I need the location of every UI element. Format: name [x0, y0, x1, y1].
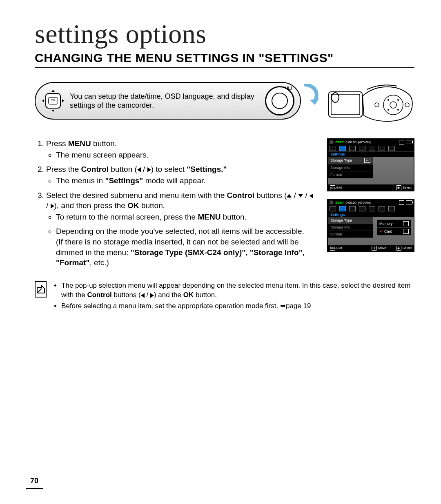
category-label: Settings	[328, 212, 414, 217]
left-arrow-icon	[310, 193, 313, 198]
menu-item-format: Format	[328, 171, 373, 178]
svg-point-6	[397, 99, 399, 101]
move-sym-icon: ✥	[372, 246, 377, 251]
check-icon: ✔	[379, 229, 383, 233]
memory-chip-icon	[403, 221, 409, 226]
menu-sym-icon: MENU	[330, 185, 335, 190]
up-arrow-icon	[287, 194, 292, 198]
storage-chip-icon	[399, 200, 404, 205]
step-2-sub: The menus in "Settings" mode will appear…	[56, 175, 316, 186]
menu-item-storage-type: Storage TypeIN	[328, 157, 373, 164]
popup-item-card: ✔Card	[377, 228, 411, 235]
ok-button-label: OK	[48, 97, 58, 104]
right-arrow-icon	[51, 204, 54, 209]
note-icon	[35, 281, 47, 298]
menu-sym-icon: MENU	[330, 246, 335, 251]
card-chip-icon	[403, 229, 409, 234]
note-block: The pop-up selection menu will appear de…	[35, 281, 414, 313]
storage-type-popup: Memory ✔Card	[377, 220, 411, 235]
section-heading: CHANGING THE MENU SETTINGS IN "SETTINGS"	[35, 51, 414, 68]
arrow-swoop-icon	[304, 84, 321, 108]
popup-item-memory: Memory	[377, 220, 411, 228]
lcd-screenshot-1: 🎥 STBY 0:00:00 [475Min] Settings Storage…	[327, 138, 414, 191]
category-label: Settings	[328, 151, 414, 157]
menu-list: Storage Type Storage Info Format	[328, 217, 373, 245]
svg-point-5	[388, 99, 389, 101]
left-arrow-icon	[141, 293, 145, 298]
left-arrow-icon	[137, 167, 141, 172]
menu-item-storage-info: Storage Info	[328, 224, 373, 231]
info-bar-text: You can setup the date/time, OSD languag…	[70, 92, 261, 110]
menu-item-format: Format	[328, 231, 373, 238]
svg-point-7	[388, 109, 389, 111]
down-arrow-icon	[298, 194, 303, 198]
right-arrow-icon	[150, 293, 154, 298]
battery-icon	[406, 200, 412, 204]
step-3: Select the desired submenu and menu item…	[46, 190, 316, 268]
info-bar: OK You can setup the date/time, OSD lang…	[35, 82, 301, 120]
note-2: Before selecting a menu item, set the ap…	[61, 302, 414, 311]
select-sym-icon: ◉	[396, 185, 401, 190]
svg-point-8	[397, 109, 399, 111]
category-icon-row	[328, 205, 414, 212]
camcorder-illustration	[328, 80, 414, 125]
menu-list: Storage TypeIN Storage Info Format	[328, 157, 373, 184]
step-2: Press the Control button ( / ) to select…	[46, 164, 316, 186]
select-sym-icon: ◉	[396, 246, 401, 251]
dpad-icon: OK	[44, 91, 62, 110]
steps-list: Press MENU button. The menu screen appea…	[35, 138, 316, 272]
storage-chip-icon	[399, 140, 404, 144]
step-3-sub1: To return to the normal screen, press th…	[56, 212, 316, 222]
step-3-sub2: Depending on the mode you've selected, n…	[56, 226, 316, 268]
note-1: The pop-up selection menu will appear de…	[61, 281, 414, 300]
category-icon-row	[328, 145, 414, 151]
svg-rect-1	[331, 94, 360, 115]
menu-item-storage-info: Storage Info	[328, 164, 373, 171]
lcd-screenshot-2: 🎥 STBY 0:00:00 [475Min] Settings Storage…	[327, 199, 414, 252]
right-arrow-icon	[147, 167, 151, 172]
page-title: settings options	[35, 18, 414, 49]
step-1: Press MENU button. The menu screen appea…	[46, 138, 316, 160]
step-1-sub: The menu screen appears.	[56, 150, 316, 160]
menu-item-storage-type: Storage Type	[328, 217, 373, 224]
battery-icon	[406, 140, 412, 144]
menu-knob-icon	[265, 86, 294, 115]
page-number: 70	[30, 477, 38, 485]
